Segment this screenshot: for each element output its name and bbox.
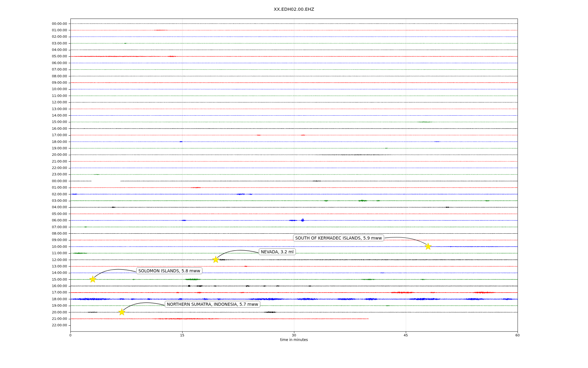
seismogram-canvas (0, 0, 588, 368)
dayplot-figure: XX.EDH02.00.EHZ time in minutes 00:00:00… (0, 0, 588, 368)
